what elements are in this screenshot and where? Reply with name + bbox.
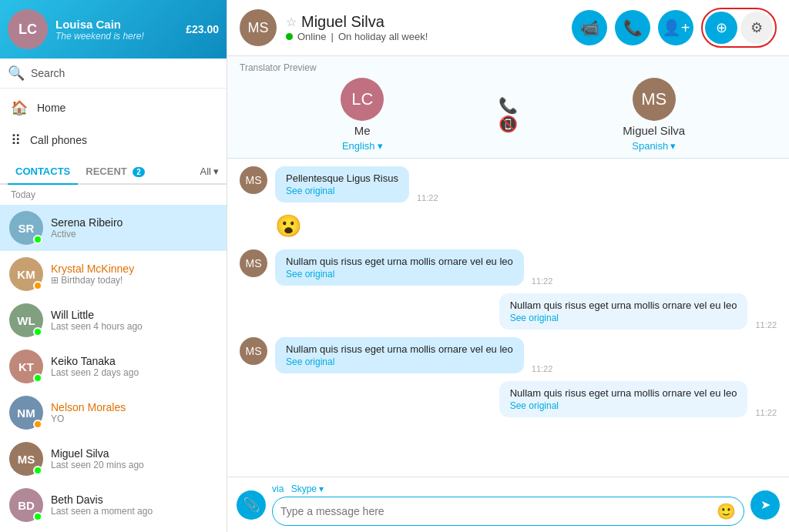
contact-status-beth: Last seen a moment ago bbox=[51, 506, 217, 517]
tab-recent[interactable]: RECENT 2 bbox=[78, 159, 153, 183]
message-row-sent: Nullam quis risus eget urna mollis ornar… bbox=[240, 381, 777, 417]
status-indicator-serena bbox=[33, 235, 42, 244]
contact-name-krystal: Krystal McKinney bbox=[51, 263, 217, 275]
translator-other-lang[interactable]: Spanish ▾ bbox=[632, 140, 676, 152]
contact-name-nelson: Nelson Morales bbox=[51, 401, 217, 413]
dialpad-icon: ⠿ bbox=[11, 132, 21, 149]
main-content: MS ☆ Miguel Silva Online | On holiday al… bbox=[227, 0, 789, 532]
contact-item-will[interactable]: WL Will Little Last seen 4 hours ago bbox=[0, 297, 227, 343]
sidebar-tabs: CONTACTS RECENT 2 All ▾ bbox=[0, 159, 227, 185]
message-input[interactable] bbox=[280, 505, 717, 517]
contact-info-will: Will Little Last seen 4 hours ago bbox=[51, 309, 217, 332]
sidebar-header: LC Louisa Cain The weekend is here! £23.… bbox=[0, 0, 227, 59]
emoji-message: 😮 bbox=[275, 210, 302, 242]
contact-item-krystal[interactable]: KM Krystal McKinney ⊞ Birthday today! bbox=[0, 251, 227, 297]
translator-other: MS Miguel Silva Spanish ▾ bbox=[532, 78, 777, 152]
contact-name-beth: Beth Davis bbox=[51, 494, 217, 506]
send-button[interactable]: ➤ bbox=[750, 490, 780, 520]
message-text-sent: Nullam quis risus eget urna mollis ornar… bbox=[510, 299, 737, 311]
contact-item-beth[interactable]: BD Beth Davis Last seen a moment ago bbox=[0, 482, 227, 528]
message-bubble: Nullam quis risus eget urna mollis ornar… bbox=[275, 249, 524, 286]
see-original-link-sent[interactable]: See original bbox=[510, 313, 737, 323]
translator-other-name: Miguel Silva bbox=[623, 124, 685, 137]
see-original-link[interactable]: See original bbox=[286, 186, 398, 196]
see-original-link[interactable]: See original bbox=[286, 356, 513, 367]
translator-action-group: ⊕ ⚙ bbox=[701, 8, 777, 48]
search-bar[interactable]: 🔍 Search bbox=[0, 59, 227, 89]
chevron-down-icon: ▾ bbox=[213, 166, 219, 177]
translator-globe-icon: ⊕ bbox=[716, 19, 727, 36]
sidebar-item-home-label: Home bbox=[37, 102, 65, 114]
message-text: Nullam quis risus eget urna mollis ornar… bbox=[286, 256, 513, 267]
message-row: MS Pellentesque Ligus Risus See original… bbox=[240, 166, 777, 202]
star-icon[interactable]: ☆ bbox=[286, 15, 297, 29]
birthday-icon: ⊞ bbox=[51, 275, 59, 286]
message-time-sent: 11:22 bbox=[755, 408, 777, 417]
translator-button[interactable]: ⊕ bbox=[705, 12, 737, 44]
video-call-button[interactable]: 📹 bbox=[572, 10, 607, 45]
attachment-button[interactable]: 📎 bbox=[237, 490, 266, 520]
sidebar-nav: 🏠 Home ⠿ Call phones bbox=[0, 89, 227, 159]
message-avatar: MS bbox=[240, 166, 267, 194]
voice-call-button[interactable]: 📞 bbox=[615, 10, 650, 45]
message-bubble: Nullam quis risus eget urna mollis ornar… bbox=[275, 337, 524, 373]
sidebar-item-call-phones[interactable]: ⠿ Call phones bbox=[0, 124, 227, 156]
status-indicator-nelson bbox=[33, 420, 42, 429]
input-wrap: via Skype ▾ 🙂 bbox=[272, 483, 744, 526]
translator-me-lang[interactable]: English ▾ bbox=[342, 140, 383, 152]
see-original-link-sent[interactable]: See original bbox=[510, 400, 737, 411]
tab-all[interactable]: All ▾ bbox=[200, 166, 219, 177]
search-label: Search bbox=[31, 67, 65, 79]
translator-me-name: Me bbox=[354, 124, 371, 137]
video-icon: 📹 bbox=[580, 18, 599, 37]
contact-status-miguel: Last seen 20 mins ago bbox=[51, 460, 217, 470]
settings-button[interactable]: ⚙ bbox=[740, 12, 773, 44]
contact-info-miguel: Miguel Silva Last seen 20 mins ago bbox=[51, 447, 217, 470]
contact-info-krystal: Krystal McKinney ⊞ Birthday today! bbox=[51, 263, 217, 286]
translator-other-avatar: MS bbox=[633, 78, 676, 121]
add-contact-button[interactable]: 👤+ bbox=[658, 10, 693, 45]
translator-label: Translator Preview bbox=[240, 62, 777, 73]
recent-badge: 2 bbox=[133, 167, 145, 177]
message-bubble-sent: Nullam quis risus eget urna mollis ornar… bbox=[499, 381, 748, 417]
contact-group-today: Today bbox=[0, 185, 227, 205]
sidebar-item-home[interactable]: 🏠 Home bbox=[0, 92, 227, 124]
chat-header: MS ☆ Miguel Silva Online | On holiday al… bbox=[227, 0, 789, 56]
sidebar-user-avatar: LC bbox=[8, 9, 48, 49]
sidebar-credit: £23.00 bbox=[186, 23, 219, 35]
phone-icon: 📞 bbox=[623, 18, 643, 37]
message-input-wrapper: 🙂 bbox=[272, 497, 744, 526]
sidebar-user-name: Louisa Cain bbox=[55, 18, 178, 31]
message-time-sent: 11:22 bbox=[755, 320, 777, 330]
contact-item-keiko[interactable]: KT Keiko Tanaka Last seen 2 days ago bbox=[0, 343, 227, 390]
home-icon: 🏠 bbox=[11, 99, 28, 116]
message-row-sent: Nullam quis risus eget urna mollis ornar… bbox=[240, 293, 777, 330]
chat-header-actions: 📹 📞 👤+ ⊕ ⚙ bbox=[572, 8, 777, 48]
translator-me: LC Me English ▾ bbox=[240, 78, 485, 152]
contact-status-keiko: Last seen 2 days ago bbox=[51, 367, 217, 378]
paperclip-icon: 📎 bbox=[243, 497, 260, 514]
message-avatar: MS bbox=[240, 337, 267, 365]
contact-item-nelson[interactable]: NM Nelson Morales YO bbox=[0, 390, 227, 436]
chat-header-info: ☆ Miguel Silva Online | On holiday all w… bbox=[286, 13, 572, 42]
translator-content: LC Me English ▾ 📞 📵 MS Miguel S bbox=[240, 78, 777, 152]
contact-name-miguel: Miguel Silva bbox=[51, 447, 217, 460]
contact-info-serena: Serena Ribeiro Active bbox=[51, 216, 217, 239]
contact-avatar-krystal: KM bbox=[9, 257, 43, 291]
gear-icon: ⚙ bbox=[750, 19, 763, 36]
contact-item-serena[interactable]: SR Serena Ribeiro Active bbox=[0, 205, 227, 251]
see-original-link[interactable]: See original bbox=[286, 269, 513, 279]
contact-status-krystal: ⊞ Birthday today! bbox=[51, 275, 217, 286]
message-time: 11:22 bbox=[532, 364, 553, 373]
message-bubble-sent: Nullam quis risus eget urna mollis ornar… bbox=[499, 293, 748, 330]
contact-list: Today SR Serena Ribeiro Active KM bbox=[0, 185, 227, 532]
emoji-picker-button[interactable]: 🙂 bbox=[717, 502, 736, 520]
contact-avatar-miguel: MS bbox=[9, 442, 43, 476]
chat-header-avatar: MS bbox=[240, 9, 277, 46]
contact-name-serena: Serena Ribeiro bbox=[51, 216, 217, 229]
tab-contacts[interactable]: CONTACTS bbox=[8, 159, 78, 185]
message-row-emoji: 😮 bbox=[240, 210, 777, 242]
message-text-sent: Nullam quis risus eget urna mollis ornar… bbox=[510, 387, 737, 399]
translator-divider: 📞 📵 bbox=[485, 96, 532, 133]
contact-item-miguel[interactable]: MS Miguel Silva Last seen 20 mins ago bbox=[0, 436, 227, 482]
